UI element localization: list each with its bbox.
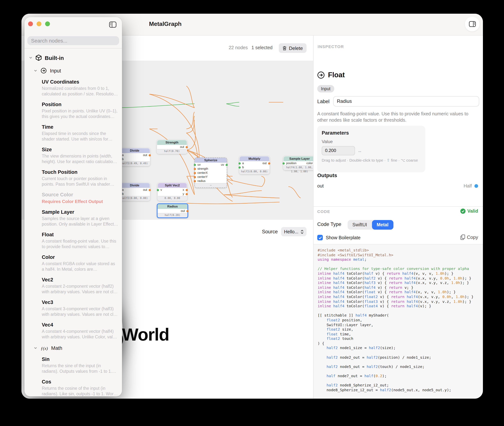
input-port-label: b	[122, 157, 124, 161]
output-row: out Half	[317, 184, 478, 189]
graph-node-divide-2[interactable]: Divideaoutbhalf2(0.00, 0.00)	[119, 183, 150, 201]
node-library-item-size[interactable]: SizeThe view dimensions in points (width…	[42, 146, 118, 164]
item-description: The view dimensions in points (width, he…	[42, 153, 118, 164]
node-library-item-uv-coordinates[interactable]: UV CoordinatesNormalized coordinates fro…	[42, 79, 118, 97]
section-label: Input	[50, 68, 61, 73]
output-port-label: color	[306, 161, 313, 165]
edge-spherize.uv-to-multiply-1.a[interactable]	[226, 102, 239, 104]
parameters-card: Parameters Value 0.200 ↔ Drag to adjust …	[317, 126, 425, 172]
sidebar-section-input[interactable]: Input	[34, 67, 118, 74]
edge-shadow-width.out-to-add.a[interactable]	[187, 176, 194, 195]
output-port-label: y	[183, 192, 184, 196]
column-divider[interactable]	[313, 36, 313, 399]
node-library-item-position[interactable]: PositionPixel position in points. Unlike…	[42, 101, 118, 120]
graph-node-sample-layer[interactable]: Sample Layerpositioncolorhalf4(1.00, 1.0…	[283, 156, 313, 170]
node-library-item-float[interactable]: FloatA constant floating-point value. Us…	[42, 232, 118, 250]
output-port-dot[interactable]	[149, 189, 151, 191]
graph-node-multiply-1[interactable]: Multiplyaoutbhalf2(0.00, 0.00)	[239, 156, 270, 174]
node-library-item-color[interactable]: ColorA constant RGBA color value stored …	[42, 254, 118, 272]
node-value-footer: half4(1.00, 1.00, 1.00, 1.00)	[284, 165, 313, 170]
input-port-dot[interactable]	[239, 166, 241, 168]
value-hint: Drag to adjust · Double-click to type · …	[322, 158, 421, 162]
zoom-button[interactable]	[45, 21, 50, 26]
screen: MetalGraph EDITOR 22 nodes1 selected Del…	[0, 0, 504, 426]
edge-spherize.uv-to-multiply-1.b[interactable]	[226, 104, 239, 106]
label-field-label: Label	[317, 99, 329, 104]
node-library-item-vec3[interactable]: Vec3A constant 3-component vector (half3…	[42, 299, 118, 317]
item-title: Cos	[42, 379, 118, 385]
output-port-dot[interactable]	[475, 184, 478, 188]
edge-strength.out-to-spherize.strength[interactable]	[186, 86, 194, 108]
node-library-item-sample-layer[interactable]: Sample LayerSamples the source layer at …	[42, 209, 118, 227]
item-description: Normalized coordinates from 0 to 1, calc…	[42, 86, 118, 97]
graph-node-radius[interactable]: Radiusouthalf(0.20)	[157, 203, 188, 218]
edge-step.out-to-multiply-3.a[interactable]	[262, 197, 280, 198]
node-library-item-cos[interactable]: CosReturns the cosine of the input (in r…	[42, 379, 118, 397]
input-port-dot[interactable]	[194, 168, 196, 170]
search-input[interactable]: Search nodes...	[27, 36, 119, 45]
edge-offscreen-left-to-spherize.uv[interactable]	[122, 104, 194, 108]
input-port-dot[interactable]	[194, 164, 196, 166]
code-type-tab-metal[interactable]: Metal	[372, 220, 393, 230]
edge-multiply-2.out-to-node-fragment.x[interactable]	[288, 187, 301, 198]
sidebar-left-icon	[109, 21, 116, 28]
edge-smoothstep.out-to-multiply-2.a[interactable]	[262, 176, 265, 187]
close-button[interactable]	[28, 21, 33, 26]
cube-icon	[35, 54, 42, 61]
node-library-item-vec4[interactable]: Vec4A constant 4-component vector (half4…	[42, 322, 118, 340]
delete-button[interactable]: Delete	[279, 43, 306, 53]
output-port-dot[interactable]	[186, 210, 189, 212]
toggle-sidebar-button[interactable]	[108, 20, 117, 28]
graph-node-spherize[interactable]: SpherizeuvuvstrengthcenterXcenterYradius…	[194, 157, 227, 188]
item-description: Current touch or pointer position in poi…	[42, 176, 118, 187]
drag-arrows-icon[interactable]: ↔	[358, 148, 362, 153]
sidebar-section-built-in[interactable]: Built-in	[29, 54, 118, 62]
graph-node-strength[interactable]: Strengthouthalf(0.70)	[157, 140, 187, 154]
output-port-label: out	[143, 153, 147, 157]
copy-button[interactable]: Copy	[460, 234, 478, 240]
output-port-dot[interactable]	[268, 162, 270, 164]
node-library-item-sin[interactable]: SinReturns the sine of the input (in rad…	[42, 356, 118, 374]
item-title: Float	[42, 232, 118, 238]
item-title: Vec3	[42, 299, 118, 305]
input-port-dot[interactable]	[194, 172, 196, 174]
edge-shadow-intensity.out-to-multiply-3.b[interactable]	[187, 202, 280, 204]
value-input[interactable]: 0.200	[322, 146, 355, 155]
input-port-label: strength	[198, 167, 208, 171]
code-editor[interactable]: #include <metal_stdlib> #include <SwiftU…	[313, 244, 483, 399]
output-port-dot[interactable]	[149, 154, 151, 156]
output-port-dot[interactable]	[226, 164, 228, 166]
node-value-footer: half2(0.00, 0.00)	[120, 196, 150, 200]
graph-node-divide-1[interactable]: Divideaoutbhalf2(0.49, 0.49)	[119, 148, 150, 166]
graph-node-split-vec2[interactable]: Split Vec2vxy0.00, 0.00	[157, 183, 187, 201]
window-title: MetalGraph	[149, 21, 182, 27]
input-port-dot[interactable]	[194, 176, 196, 178]
source-dropdown[interactable]: Hello...	[281, 227, 306, 236]
output-port-dot[interactable]	[186, 189, 188, 191]
input-port-label: b	[242, 165, 244, 169]
show-boilerplate-checkbox[interactable]	[317, 235, 323, 240]
input-port-dot[interactable]	[157, 189, 159, 191]
node-library-item-source-color[interactable]: Source ColorRequires Color Effect Output	[42, 192, 118, 205]
node-title: Radius	[157, 204, 187, 209]
minimize-button[interactable]	[37, 21, 41, 26]
sidebar-section-math[interactable]: ƒ(x)Math	[34, 344, 118, 352]
code-type-segmented-control: SwiftUIMetal	[348, 220, 393, 230]
label-input[interactable]: Radius	[333, 96, 479, 106]
code-type-tab-swiftui[interactable]: SwiftUI	[348, 220, 372, 230]
node-library-item-touch-position[interactable]: Touch PositionCurrent touch or pointer p…	[42, 169, 118, 187]
preview-text-right: World	[122, 324, 169, 345]
node-description: A constant floating-point value. Use thi…	[317, 111, 473, 123]
input-port-dot[interactable]	[283, 162, 285, 164]
node-library-item-time[interactable]: TimeElapsed time in seconds since the sh…	[42, 124, 118, 142]
input-port-label: centerX	[198, 171, 208, 175]
input-port-dot[interactable]	[194, 180, 196, 182]
item-description: Pixel position in points. Unlike UV (0–1…	[42, 108, 118, 120]
input-port-dot[interactable]	[239, 162, 241, 164]
node-library-item-vec2[interactable]: Vec2A constant 2-component vector (half2…	[42, 277, 118, 295]
input-port-label: b	[122, 192, 124, 196]
output-port-dot[interactable]	[186, 193, 188, 195]
item-title: Vec2	[42, 277, 118, 283]
toggle-inspector-button[interactable]	[465, 17, 480, 31]
output-port-dot[interactable]	[186, 146, 188, 148]
